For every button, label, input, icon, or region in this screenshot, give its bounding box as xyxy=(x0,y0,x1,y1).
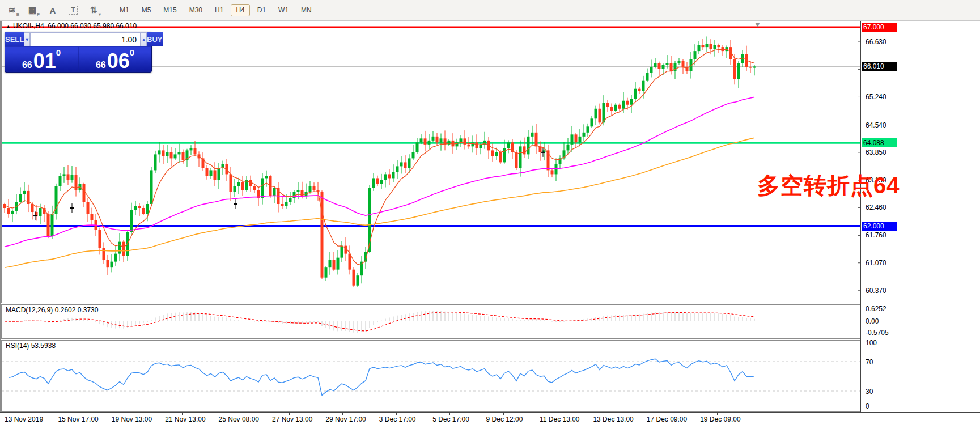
time-axis-tick xyxy=(236,413,236,415)
one-click-trade-panel: SELL ▼ ▲ BUY 66 01 0 66 06 0 xyxy=(5,32,152,73)
timeframe-button-h1[interactable]: H1 xyxy=(210,4,228,16)
time-axis-tick xyxy=(342,413,343,415)
time-axis-tick xyxy=(22,413,22,415)
toolbar: ≋E▦FAT⇅▾ M1M5M15M30H1H4D1W1MN xyxy=(0,0,980,21)
indicators-icon[interactable]: ≋E xyxy=(3,3,20,18)
chart-header: ▲UKOIl-,H4 66.000 66.030 65.980 66.010 xyxy=(6,22,137,30)
volume-input[interactable] xyxy=(30,32,141,46)
grid-icon[interactable]: ▦F xyxy=(24,3,41,18)
time-axis-label: 27 Nov 13:00 xyxy=(272,415,312,423)
rsi-value: 53.5938 xyxy=(31,342,56,350)
time-axis-label: 25 Nov 08:00 xyxy=(219,415,259,423)
time-axis-label: 13 Dec 13:00 xyxy=(593,415,633,423)
time-axis-label: 3 Dec 17:00 xyxy=(379,415,416,423)
buy-price-tile[interactable]: 66 06 0 xyxy=(79,47,151,71)
chart-end-marker-icon[interactable]: ▼ xyxy=(754,20,761,29)
time-axis-label: 5 Dec 17:00 xyxy=(432,415,469,423)
time-axis-label: 21 Nov 13:00 xyxy=(165,415,205,423)
window-left-edge xyxy=(0,20,1,412)
volume-increase-button[interactable]: ▲ xyxy=(141,32,147,46)
buy-price-pips: 06 xyxy=(107,53,130,70)
sell-price-pips: 01 xyxy=(33,53,56,70)
sort-order-icon[interactable]: ⇅▾ xyxy=(85,3,102,18)
sell-price-point: 0 xyxy=(56,48,61,57)
time-axis-tick xyxy=(396,413,397,415)
time-axis-tick xyxy=(717,413,718,415)
buy-price-point: 0 xyxy=(130,48,134,57)
time-axis-tick xyxy=(557,413,557,415)
rsi-label: RSI(14) 53.5938 xyxy=(6,342,56,350)
timeframe-button-mn[interactable]: MN xyxy=(296,4,317,16)
time-axis-tick xyxy=(664,413,664,415)
mt4-window: { "toolbar": { "icons": [ {"name":"indic… xyxy=(0,0,980,425)
time-axis-label: 19 Dec 09:00 xyxy=(700,415,740,423)
timeframe-button-m5[interactable]: M5 xyxy=(137,4,156,16)
timeframe-button-h4[interactable]: H4 xyxy=(231,4,249,16)
toolbar-separator xyxy=(108,3,109,17)
timeframe-button-d1[interactable]: D1 xyxy=(252,4,271,16)
time-axis-tick xyxy=(75,413,75,415)
timeframe-button-m1[interactable]: M1 xyxy=(114,4,134,16)
volume-decrease-button[interactable]: ▼ xyxy=(24,32,30,46)
ohlc-values: 66.000 66.030 65.980 66.010 xyxy=(48,22,137,30)
cursor-icon[interactable]: A xyxy=(44,3,61,18)
timeframe-button-m15[interactable]: M15 xyxy=(158,4,181,16)
time-axis-tick xyxy=(610,413,610,415)
collapse-icon[interactable]: ▲ xyxy=(6,24,11,29)
time-axis-tick xyxy=(129,413,129,415)
buy-button[interactable]: BUY xyxy=(147,32,162,46)
timeframe-buttons: M1M5M15M30H1H4D1W1MN xyxy=(113,4,318,16)
sell-price-tile[interactable]: 66 01 0 xyxy=(5,47,78,71)
time-axis-label: 11 Dec 13:00 xyxy=(540,415,580,423)
chart-annotation-text: 多空转折点64 xyxy=(757,170,900,201)
time-axis-label: 9 Dec 12:00 xyxy=(486,415,523,423)
symbol-label: UKOIl-,H4 xyxy=(13,22,44,30)
time-axis[interactable]: 13 Nov 201915 Nov 17:0019 Nov 13:0021 No… xyxy=(0,412,980,425)
macd-label: MACD(12,26,9) 0.2602 0.3730 xyxy=(6,306,98,314)
time-axis-label: 17 Dec 09:00 xyxy=(647,415,687,423)
time-axis-label: 19 Nov 13:00 xyxy=(112,415,152,423)
macd-values: 0.2602 0.3730 xyxy=(55,306,99,314)
sell-button[interactable]: SELL xyxy=(5,32,24,46)
time-axis-tick xyxy=(182,413,183,415)
time-axis-label: 13 Nov 2019 xyxy=(5,415,43,423)
timeframe-button-m30[interactable]: M30 xyxy=(184,4,207,16)
buy-price-main: 66 xyxy=(96,61,106,70)
time-axis-tick xyxy=(449,413,450,415)
timeframe-button-w1[interactable]: W1 xyxy=(273,4,294,16)
time-axis-label: 29 Nov 17:00 xyxy=(325,415,366,423)
sell-price-main: 66 xyxy=(22,61,32,70)
toolbar-icons: ≋E▦FAT⇅▾ xyxy=(0,3,102,18)
time-axis-label: 15 Nov 17:00 xyxy=(58,415,98,423)
time-axis-tick xyxy=(289,413,290,415)
time-axis-tick xyxy=(503,413,504,415)
text-label-icon[interactable]: T xyxy=(65,3,82,18)
